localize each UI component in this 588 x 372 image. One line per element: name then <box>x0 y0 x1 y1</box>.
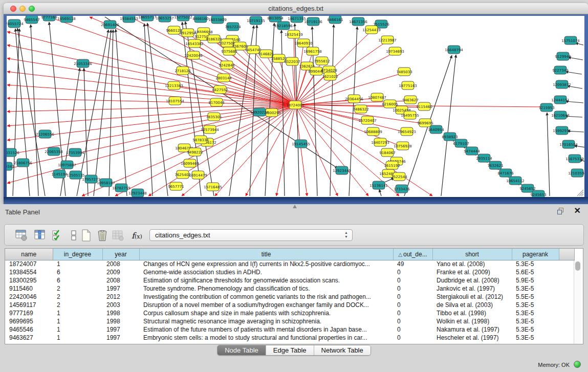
graph-node[interactable]: 7835301 <box>206 113 222 121</box>
graph-node[interactable]: 16961758 <box>303 47 322 55</box>
table-cell[interactable]: 5.3E-5 <box>512 317 559 325</box>
graph-node[interactable]: 1621022 <box>322 72 338 80</box>
window-titlebar[interactable]: citations_edges.txt <box>4 3 588 14</box>
table-cell[interactable]: 22420046 <box>5 293 53 301</box>
graph-node[interactable]: 9129946 <box>555 52 571 60</box>
table-cell[interactable]: 49 <box>393 260 432 268</box>
table-cell[interactable]: 0 <box>393 325 432 334</box>
citation-edge-red[interactable] <box>295 98 377 105</box>
citation-edge-black[interactable] <box>547 113 550 196</box>
table-cell[interactable]: 2 <box>53 285 102 293</box>
graph-node[interactable]: 10975887 <box>58 161 76 169</box>
column-header-short[interactable]: short <box>432 249 512 260</box>
table-cell[interactable]: 5.3E-5 <box>512 334 559 342</box>
table-cell[interactable]: 1998 <box>102 317 139 325</box>
table-cell[interactable]: 14569117 <box>5 301 53 309</box>
table-row[interactable]: 946554611997Estimation of the future num… <box>5 325 574 334</box>
column-header-year[interactable]: year <box>102 249 139 260</box>
table-cell[interactable]: Changes of HCN gene expression and I(f) … <box>139 260 393 268</box>
table-cell[interactable]: Nakamura et al. (1997) <box>432 325 512 334</box>
table-row[interactable]: 969969511998Structural magnetic resonanc… <box>5 317 574 325</box>
table-cell[interactable]: 0 <box>393 293 432 301</box>
citation-edge-black[interactable] <box>94 30 111 196</box>
graph-node[interactable]: 10807487 <box>368 93 386 101</box>
graph-node[interactable]: 21206556 <box>36 130 54 138</box>
graph-node[interactable]: 19218596 <box>274 21 293 30</box>
graph-node[interactable]: 12103594 <box>568 169 584 177</box>
graph-node[interactable]: 19654923 <box>398 127 416 136</box>
graph-node[interactable]: 8466161 <box>327 16 343 24</box>
citation-edge-black[interactable] <box>77 30 108 196</box>
graph-node[interactable]: 21053346 <box>74 59 92 68</box>
citation-edge-black[interactable] <box>13 29 19 196</box>
graph-node[interactable]: 8912954 <box>180 29 196 37</box>
table-cell[interactable]: 5.3E-5 <box>512 301 559 309</box>
graph-node[interactable]: 18407293 <box>371 138 389 146</box>
table-row[interactable]: 911546021997Tourette syndrome. Phenomeno… <box>5 285 574 293</box>
graph-node[interactable]: 9160343 <box>7 162 14 170</box>
table-cell[interactable]: 5.3E-5 <box>512 285 559 293</box>
citation-edge-black[interactable] <box>31 25 38 196</box>
table-cell[interactable]: 0 <box>393 285 432 293</box>
graph-node[interactable]: 10653257 <box>156 16 174 22</box>
citation-edge-red[interactable] <box>7 72 295 105</box>
graph-node[interactable]: 9184067 <box>379 148 395 157</box>
table-cell[interactable]: 0 <box>393 334 432 342</box>
new-table-icon[interactable] <box>79 229 93 242</box>
table-cell[interactable]: Corpus callosum shape and size in male p… <box>139 309 393 317</box>
table-cell[interactable]: Structural magnetic resonance image aver… <box>139 317 393 325</box>
graph-node[interactable]: 18655717 <box>138 16 157 21</box>
graph-node[interactable]: 9777168 <box>41 16 57 21</box>
float-panel-icon[interactable] <box>557 207 565 215</box>
citation-edge-red[interactable] <box>7 98 295 105</box>
graph-node[interactable]: 19145455 <box>292 140 310 148</box>
network-canvas[interactable]: 2405572494655479777168145691182069140619… <box>7 16 584 197</box>
graph-node[interactable]: 12213383 <box>165 81 183 90</box>
table-cell[interactable]: 1 <box>53 309 102 317</box>
citation-edge-red[interactable] <box>7 32 295 105</box>
table-cell[interactable]: 5.5E-5 <box>512 293 559 301</box>
graph-node[interactable]: 10719135 <box>247 16 265 25</box>
table-row[interactable]: 1456911722003Disruption of a novel membe… <box>5 301 574 309</box>
table-cell[interactable]: 18724007 <box>5 260 53 268</box>
table-row[interactable]: 946362711997Embryonic stem cells: a mode… <box>5 334 574 342</box>
table-cell[interactable]: Franke et al. (2009) <box>432 268 512 276</box>
table-cell[interactable]: de Silva et al. (2003) <box>432 301 512 309</box>
graph-node[interactable]: 9657771 <box>168 182 184 190</box>
graph-node[interactable]: 10719136 <box>304 17 322 26</box>
graph-node[interactable]: 8938923 <box>442 133 458 141</box>
citation-edge-black[interactable] <box>17 28 45 196</box>
table-cell[interactable]: 0 <box>393 309 432 317</box>
graph-node[interactable]: 18775163 <box>399 81 417 90</box>
graph-node[interactable]: 5878334 <box>192 136 209 144</box>
graph-node[interactable]: 22065358 <box>45 147 63 156</box>
table-cell[interactable]: 1998 <box>102 309 139 317</box>
table-cell[interactable]: 5.3E-5 <box>512 309 559 317</box>
graph-node[interactable]: 2718126 <box>175 67 191 75</box>
table-cell[interactable]: 2012 <box>102 293 139 301</box>
graph-node[interactable]: 7625402 <box>175 170 190 179</box>
column-header-in_degree[interactable]: in_degree <box>53 249 102 260</box>
graph-node[interactable]: 10688809 <box>364 127 382 136</box>
table-cell[interactable]: Wolkin et al. (1998) <box>432 317 512 325</box>
citation-edge-black[interactable] <box>15 29 30 196</box>
table-cell[interactable]: 1 <box>53 260 102 268</box>
close-panel-icon[interactable]: ✕ <box>574 206 581 215</box>
graph-node[interactable]: 11675339 <box>565 155 584 163</box>
citation-edge-black[interactable] <box>441 55 456 196</box>
column-header-pagerank[interactable]: pagerank <box>512 249 559 260</box>
table-cell[interactable]: Hescheler et al. (1997) <box>432 334 512 342</box>
resize-grip-icon[interactable] <box>581 194 583 196</box>
table-cell[interactable]: Investigating the contribution of common… <box>139 293 393 301</box>
graph-node[interactable]: 1145194 <box>51 170 68 178</box>
graph-node[interactable]: 2803144 <box>215 74 232 82</box>
table-cell[interactable]: 1997 <box>102 334 139 342</box>
graph-node[interactable]: 1640954 <box>428 125 444 134</box>
graph-node[interactable]: 9115460 <box>416 102 432 111</box>
graph-node[interactable]: 8813054 <box>267 16 284 22</box>
network-table-select[interactable]: citations_edges.txt ▲▼ <box>149 229 353 241</box>
graph-node[interactable]: 20031526 <box>7 148 19 157</box>
graph-node[interactable]: 7486322 <box>353 105 368 113</box>
citation-edge-black[interactable] <box>109 30 113 196</box>
citation-edge-red[interactable] <box>194 45 295 105</box>
